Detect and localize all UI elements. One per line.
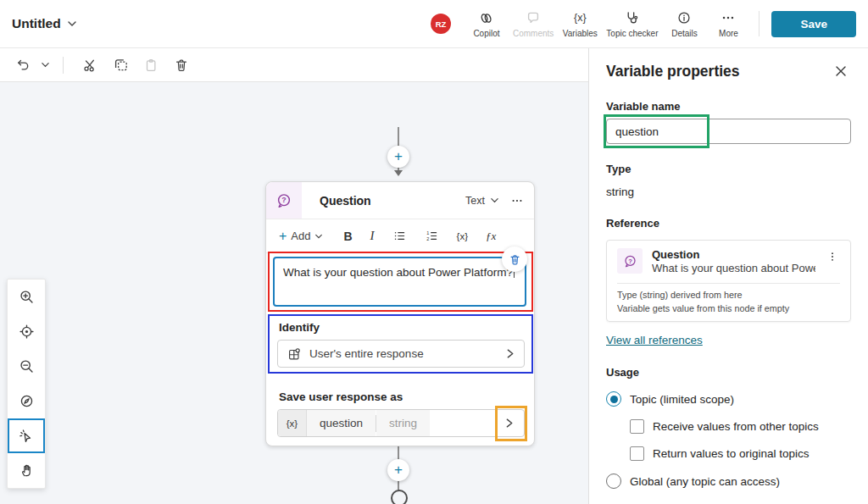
node-header: ? Question Text <box>266 182 534 219</box>
copy-icon <box>113 57 129 73</box>
compass-icon <box>19 393 35 409</box>
cut-button[interactable] <box>77 53 103 78</box>
question-bubble-icon: ? <box>266 182 302 219</box>
variable-name-input[interactable] <box>606 119 851 144</box>
svg-text:?: ? <box>281 196 286 204</box>
ellipsis-icon <box>510 194 524 208</box>
radio-unselected[interactable] <box>606 474 621 489</box>
chevron-down-icon <box>490 196 499 205</box>
chevron-down-icon <box>314 232 323 241</box>
message-input[interactable]: What is your question about Power Platfo… <box>273 257 526 307</box>
save-button[interactable]: Save <box>771 11 856 37</box>
undo-button[interactable] <box>10 53 36 78</box>
close-panel-button[interactable] <box>831 61 851 81</box>
trash-icon <box>174 58 189 73</box>
question-node[interactable]: ? Question Text <box>265 181 535 446</box>
close-icon <box>835 65 847 77</box>
pan-tool-button[interactable] <box>8 453 45 488</box>
reference-card-title: Question <box>652 248 815 262</box>
hand-icon <box>19 462 35 479</box>
svg-text:?: ? <box>628 257 632 264</box>
copilot-button[interactable]: Copilot <box>465 8 509 40</box>
undo-menu-button[interactable] <box>36 53 54 78</box>
topic-checker-button[interactable]: Topic checker <box>602 8 662 40</box>
italic-button[interactable]: I <box>370 229 375 243</box>
add-content-button[interactable]: + Add <box>279 230 323 243</box>
next-node-port[interactable] <box>391 490 408 504</box>
undo-icon <box>15 58 31 73</box>
comments-icon <box>526 10 541 26</box>
go-to-node-button[interactable] <box>8 384 45 418</box>
select-tool-button[interactable] <box>8 418 45 453</box>
identify-select[interactable]: User's entire response <box>277 340 525 368</box>
delete-button[interactable] <box>169 53 194 78</box>
comments-label: Comments <box>513 29 554 38</box>
usage-option-topic-label: Topic (limited scope) <box>630 393 734 406</box>
more-icon <box>721 10 736 26</box>
bullet-list-button[interactable] <box>392 229 407 243</box>
reference-card-subtitle: What is your question about Power Pl... <box>652 262 815 276</box>
radio-selected[interactable] <box>606 391 621 407</box>
topic-checker-icon <box>624 10 640 26</box>
zoom-out-button[interactable] <box>8 349 45 384</box>
copilot-icon <box>477 10 495 26</box>
numbered-list-button[interactable]: 1 2 <box>425 229 439 243</box>
node-title: Question <box>320 194 371 208</box>
variables-button[interactable]: {x} Variables <box>558 8 602 40</box>
reference-note-2: Variable gets value from this node if em… <box>617 302 840 315</box>
usage-option-global[interactable]: Global (any topic can access) <box>606 474 851 489</box>
usage-option-global-label: Global (any topic can access) <box>630 475 780 488</box>
usage-option-return-label: Return values to original topics <box>653 447 810 460</box>
checkbox-unchecked[interactable] <box>630 419 644 434</box>
question-bubble-icon: ? <box>617 248 643 274</box>
more-button[interactable]: More <box>706 8 750 40</box>
checkbox-unchecked[interactable] <box>630 446 644 461</box>
add-node-button-top[interactable]: + <box>387 146 409 168</box>
usage-option-topic[interactable]: Topic (limited scope) <box>606 391 851 407</box>
details-icon <box>676 10 692 26</box>
avatar[interactable]: RZ <box>431 14 451 34</box>
reference-card[interactable]: ? Question What is your question about P… <box>606 240 851 322</box>
variable-badge-icon: {x} <box>278 410 307 436</box>
message-text: What is your question about Power Platfo… <box>283 266 513 279</box>
entity-icon <box>287 346 302 362</box>
message-type-dropdown[interactable]: Text <box>465 195 499 207</box>
variable-name-label: Variable name <box>606 100 851 113</box>
zoom-in-button[interactable] <box>8 280 45 314</box>
insert-variable-button[interactable]: {x} <box>457 231 468 241</box>
plus-icon: + <box>279 230 287 243</box>
usage-option-return[interactable]: Return values to original topics <box>630 446 851 461</box>
connector-arrow-icon <box>394 170 403 180</box>
copilot-studio-app: Untitled RZ Copilot <box>0 0 868 504</box>
select-cursor-icon <box>18 428 35 445</box>
view-all-references-link[interactable]: View all references <box>606 334 703 346</box>
node-more-button[interactable] <box>510 194 524 208</box>
identify-label: Identify <box>279 321 320 334</box>
svg-text:2: 2 <box>426 236 429 241</box>
topic-title-dropdown[interactable]: Untitled <box>12 16 77 31</box>
details-button[interactable]: Details <box>662 8 706 40</box>
delete-message-button[interactable] <box>502 246 527 272</box>
variable-name-chip[interactable]: question <box>307 410 376 436</box>
bold-button[interactable]: B <box>343 230 352 243</box>
reference-label: Reference <box>606 217 851 230</box>
chevron-right-icon <box>504 348 515 359</box>
canvas[interactable]: + + <box>0 82 588 504</box>
reference-card-menu-button[interactable] <box>825 248 840 265</box>
center-canvas-button[interactable] <box>8 314 45 349</box>
open-variable-properties-button[interactable] <box>504 418 524 429</box>
variable-field[interactable]: {x} question string <box>277 409 525 437</box>
copy-button[interactable] <box>108 53 133 78</box>
paste-icon <box>143 58 159 73</box>
trash-icon <box>509 253 521 266</box>
type-label: Type <box>606 163 851 175</box>
more-label: More <box>719 29 738 38</box>
target-icon <box>19 324 35 340</box>
divider <box>759 11 760 36</box>
add-node-button-bottom[interactable]: + <box>387 459 409 481</box>
zoom-out-icon <box>19 358 35 374</box>
usage-option-receive[interactable]: Receive values from other topics <box>630 419 851 434</box>
copilot-label: Copilot <box>473 29 499 38</box>
topic-title: Untitled <box>12 16 61 31</box>
formula-button[interactable]: ƒx <box>486 230 496 243</box>
